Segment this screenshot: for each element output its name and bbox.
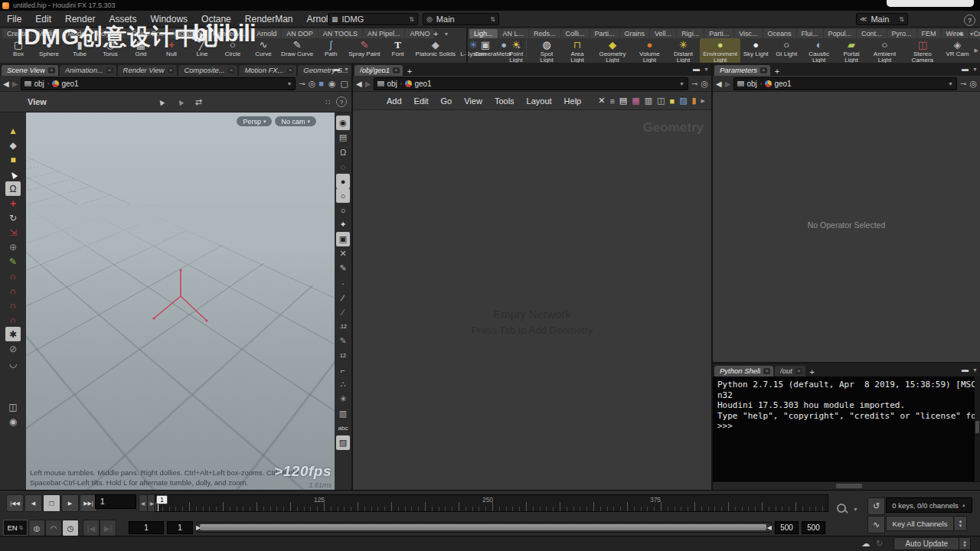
tool-area-light[interactable]: ⊓ Area Light xyxy=(562,38,593,64)
python-vscrollbar[interactable] xyxy=(975,377,980,481)
pane-tab[interactable]: Python Shell xyxy=(714,366,773,377)
tools-icon[interactable]: ✕ xyxy=(598,96,605,106)
pane-tab[interactable]: Motion FX... xyxy=(239,65,296,76)
tool-draw-curve[interactable]: ✎ Draw Curve xyxy=(279,38,315,57)
network-box-icon[interactable]: ▮ xyxy=(692,96,697,106)
range-end-field[interactable]: 500 xyxy=(775,521,799,534)
timeline-ruler[interactable]: 125 250 375 1 xyxy=(155,494,828,512)
desktop-selector[interactable]: ▦ IDMG ⇅ xyxy=(328,13,418,25)
high-quality-icon[interactable]: ▣ xyxy=(336,232,350,246)
update-mode-spinner[interactable]: ▲▼ xyxy=(959,537,971,550)
display-geometry-icon[interactable]: ◆ xyxy=(5,138,21,152)
tree-view-icon[interactable]: ≡ xyxy=(609,96,614,106)
export-handles-icon[interactable]: ⇄ xyxy=(195,97,202,107)
sculpt-state-icon[interactable]: ◡ xyxy=(5,356,21,370)
lock-camera-icon[interactable]: Ω xyxy=(336,145,350,159)
panel-icon[interactable]: ▬ xyxy=(333,65,340,73)
tool-distant-light[interactable]: ✳ Distant Light xyxy=(667,38,700,64)
realtime-toggle[interactable]: ◷ xyxy=(62,520,79,536)
shelf-tab[interactable]: Colli... xyxy=(561,29,590,38)
display-cube-icon[interactable]: ■ xyxy=(318,79,324,88)
lighting-icon[interactable]: ○ xyxy=(336,188,350,203)
list-view-icon[interactable]: ▤ xyxy=(619,96,627,106)
tool-vr-cam[interactable]: ◈ VR Cam xyxy=(942,38,973,64)
range-slider[interactable]: ▶ ◀ xyxy=(196,522,772,533)
background-image-icon[interactable]: ▨ xyxy=(679,96,687,106)
menu-item[interactable]: Tools xyxy=(488,96,521,106)
radial-menu-icon[interactable]: ◎ xyxy=(969,79,977,89)
text-display-icon[interactable]: abc xyxy=(336,421,350,435)
next-key-button[interactable]: ▶| xyxy=(100,520,116,536)
link-panes-icon[interactable]: ▢ xyxy=(341,79,348,89)
pane-menu-icon[interactable]: ▼ xyxy=(972,67,978,72)
tool-spray-paint[interactable]: ✎ Spray Paint xyxy=(346,38,382,57)
hand-tool-icon[interactable]: ◫ xyxy=(5,399,21,414)
menu-item[interactable]: Layout xyxy=(521,96,558,106)
network-boxes-icon[interactable]: ◫ xyxy=(657,96,665,106)
view-state-icon[interactable]: ⊘ xyxy=(5,341,21,356)
snap-multi-icon[interactable]: ∩ xyxy=(5,312,21,327)
dropdown-icon[interactable]: ▼ xyxy=(948,81,953,86)
pane-tab[interactable]: Composite... xyxy=(178,65,237,76)
visualizer-icon[interactable]: ▥ xyxy=(336,406,350,421)
pointer-icon[interactable]: ▲ xyxy=(174,96,186,109)
pane-menu-icon[interactable]: ▼ xyxy=(344,67,349,72)
tool-camera[interactable]: ▣ Camera xyxy=(470,38,501,64)
shelf-tab[interactable]: Oceans xyxy=(763,29,796,38)
shelf-tab[interactable]: Pyro... xyxy=(887,29,916,38)
add-pane-tab-icon[interactable]: + xyxy=(404,67,415,76)
ghost-objects-icon[interactable]: ◌ xyxy=(336,159,350,174)
palette-icon[interactable]: ▦ xyxy=(632,96,639,106)
group-markers-icon[interactable]: ∴ xyxy=(336,377,350,392)
tool-font[interactable]: T Font xyxy=(383,38,413,57)
shelf-tab[interactable]: Arnold xyxy=(252,29,281,38)
shelf-tab[interactable]: Reds... xyxy=(529,29,560,38)
point-trail-icon[interactable]: ∕ xyxy=(336,305,350,319)
snap-prim-icon[interactable]: ∩ xyxy=(5,283,21,298)
brush-display-icon[interactable]: ✎ xyxy=(336,261,350,276)
pin-icon[interactable]: ⊸ xyxy=(960,80,966,88)
tool-stereo-camera[interactable]: ◫ Stereo Camera xyxy=(903,38,942,64)
back-icon[interactable]: ◀ xyxy=(356,80,362,88)
shelf-menu-icon[interactable]: ▼ xyxy=(441,31,451,38)
radial-menu-icon[interactable]: ◎ xyxy=(309,79,316,89)
tool-gi-light[interactable]: ○ GI Light xyxy=(771,38,802,64)
timeline-zoom-icon[interactable] xyxy=(836,503,848,515)
shelf-tab[interactable]: AN TOOLS xyxy=(318,29,362,38)
layout-grid-icon[interactable]: ▥ xyxy=(645,96,652,106)
view-eye-icon[interactable]: ◉ xyxy=(336,116,350,130)
projection-selector[interactable]: Persp xyxy=(237,116,272,126)
pane-tab[interactable]: Parameters xyxy=(714,65,770,76)
dropdown-icon[interactable]: ▼ xyxy=(679,81,684,86)
pane-divider[interactable] xyxy=(711,63,713,490)
overflow-arrow-icon[interactable]: ▶ xyxy=(701,98,705,104)
panel-icon[interactable]: ▬ xyxy=(962,366,969,373)
shelf-tab[interactable]: AN DOP xyxy=(282,29,318,38)
rotate-tool-icon[interactable]: ↻ xyxy=(5,210,21,225)
pane-menu-icon[interactable]: ▼ xyxy=(704,67,709,72)
radial-menu-icon[interactable]: ◎ xyxy=(701,79,708,89)
range-start-sub-field[interactable]: 1 xyxy=(167,521,193,534)
tool-spot-light[interactable]: ◍ Spot Light xyxy=(531,38,562,64)
forward-icon[interactable]: ▶ xyxy=(365,80,371,88)
network-canvas[interactable]: Geometry Empty Network Press Tab to Add … xyxy=(353,110,711,491)
camera-selector[interactable]: No cam xyxy=(275,116,316,126)
brush-state-icon[interactable]: ✱ xyxy=(5,327,21,341)
tool-point-light[interactable]: ☀ Point Light xyxy=(501,38,531,64)
pane-tab[interactable]: Render View xyxy=(118,65,178,76)
menu-item[interactable]: Help xyxy=(558,96,588,106)
display-options-icon[interactable]: ∷ xyxy=(325,98,330,106)
tool-ambient-light[interactable]: ○ Ambient Light xyxy=(867,38,903,64)
shelf-tab[interactable]: Rigi... xyxy=(677,29,704,38)
shelf-tab[interactable]: FEM xyxy=(917,29,941,38)
move-tool-icon[interactable]: + xyxy=(5,196,21,210)
play-forward-button[interactable]: ▶ xyxy=(61,494,79,512)
path-field[interactable]: obj › geo1 ▼ xyxy=(21,77,296,90)
playhead[interactable]: 1 xyxy=(156,495,168,511)
prim-numbers-icon[interactable]: 12 xyxy=(336,348,350,363)
points-display-icon[interactable]: ∙ xyxy=(336,276,350,290)
jump-start-button[interactable]: |◀◀ xyxy=(6,494,24,512)
current-frame-field[interactable]: 1 xyxy=(95,494,136,509)
snap-grid-icon[interactable]: ∩ xyxy=(5,269,21,283)
path-field[interactable]: obj › geo1 ▼ xyxy=(733,77,957,90)
